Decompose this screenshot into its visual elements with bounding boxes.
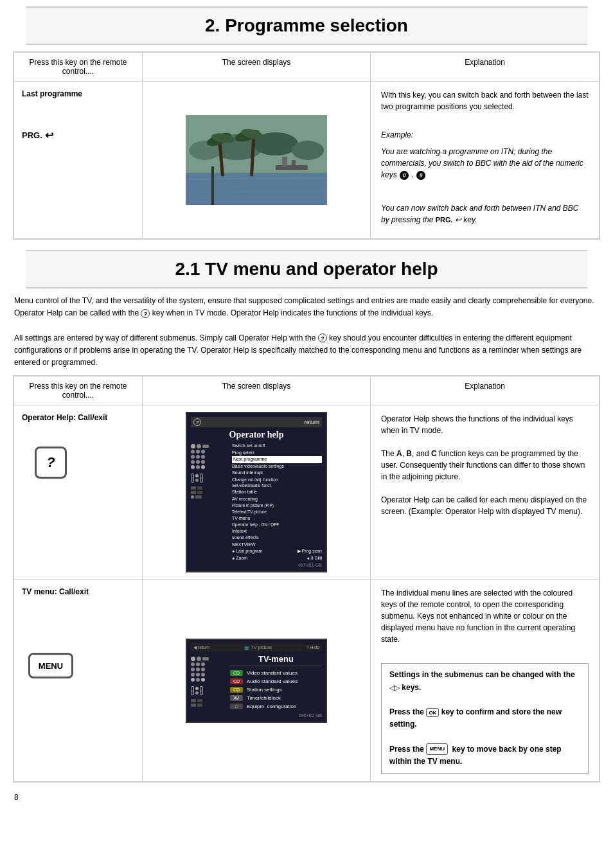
screen-code-1: 697+B1-GB bbox=[191, 563, 322, 567]
section2-row1-explanation: Operator Help shows the functions of the… bbox=[371, 405, 599, 579]
svg-rect-1 bbox=[186, 173, 327, 205]
screen-operator-help-title: Operator help bbox=[191, 430, 322, 440]
tv-menu-badge-2: CD bbox=[230, 678, 243, 684]
section2-table: Press this key on the remote control....… bbox=[13, 375, 600, 783]
section1-row1: Last programme PRG. ↩ bbox=[14, 82, 599, 238]
tv-menu-item-text-2: Audio standard values bbox=[247, 678, 298, 684]
note-line1: Settings in the submenus can be changed … bbox=[389, 669, 580, 693]
tv-menu-item-1: CD Video standard values bbox=[230, 670, 322, 676]
screen-menu-list: Switch set on/off Prog select Next progr… bbox=[232, 443, 322, 562]
note-line3: Press the MENU key to move back by one s… bbox=[389, 743, 580, 768]
section2-row1-screen: ? return Operator help bbox=[143, 405, 371, 579]
section1-header-wrapper: 2. Programme selection Press this key on… bbox=[0, 6, 613, 240]
svg-point-6 bbox=[292, 141, 324, 160]
example-text2: You can now switch back and forth betwee… bbox=[381, 202, 589, 226]
page-number: 8 bbox=[14, 793, 19, 802]
menu-button: MENU bbox=[28, 653, 73, 678]
tv-scene-svg bbox=[186, 115, 327, 205]
section2-row1-remote: Operator Help: Call/exit ? bbox=[14, 405, 143, 579]
numeric-key-9: 9 bbox=[416, 171, 425, 180]
tv-menu-return-label: ◀ return bbox=[193, 645, 209, 650]
tv-menu-exp1: The individual menu lines are selected w… bbox=[381, 587, 589, 645]
tv-menu-screen-code: 696+02-GB bbox=[191, 713, 322, 718]
explanation-main-text: With this key, you can switch back and f… bbox=[381, 89, 589, 112]
tv-menu-screen-title: TV-menu bbox=[230, 654, 322, 666]
example-label: Example: bbox=[381, 129, 589, 141]
screen-question-icon: ? bbox=[193, 418, 201, 426]
tv-menu-picture-label: 📺 TV picture bbox=[244, 645, 272, 650]
section2-title: 2.1 TV menu and operator help bbox=[26, 250, 587, 288]
tv-menu-item-text-1: Video standard values bbox=[247, 670, 298, 676]
section2-row2: TV menu: Call/exit MENU ◀ return 📺 TV pi… bbox=[14, 580, 599, 781]
screen-layout: ◁▷ Switch set on/off Prog select bbox=[191, 443, 322, 562]
operator-help-screen: ? return Operator help bbox=[186, 412, 327, 572]
section1-screen-col bbox=[143, 82, 371, 238]
section2-row2-explanation: The individual menu lines are selected w… bbox=[371, 580, 599, 781]
tv-menu-badge-5: □ bbox=[230, 704, 243, 709]
help-key-icon1: ? bbox=[141, 309, 150, 318]
tv-menu-item-text-5: Equipm. configuration bbox=[247, 704, 296, 709]
tv-menu-items-area: TV-menu CD Video standard values CD Audi… bbox=[230, 654, 322, 712]
op-help-exp2: The A, B, and C function keys can be pro… bbox=[381, 448, 589, 483]
tv-menu-item-text-4: Timer/childlock bbox=[247, 695, 281, 701]
tv-menu-item-2: CD Audio standard values bbox=[230, 678, 322, 684]
tv-menu-item-3: CD Station settings bbox=[230, 687, 322, 693]
section1-title: 2. Programme selection bbox=[26, 6, 587, 45]
section2-col1-header: Press this key on the remote control.... bbox=[14, 376, 143, 405]
op-help-exp1: Operator Help shows the functions of the… bbox=[381, 413, 589, 436]
ok-key: OK bbox=[426, 708, 439, 717]
note-box: Settings in the submenus can be changed … bbox=[381, 663, 589, 774]
screen-sidebar-icons: ◁▷ bbox=[191, 443, 229, 562]
tv-screen-image bbox=[186, 115, 327, 205]
col2-header: The screen displays bbox=[143, 53, 371, 81]
col3-header: Explanation bbox=[371, 53, 599, 81]
page-number-area: 8 bbox=[0, 788, 613, 807]
section1-table: Press this key on the remote control....… bbox=[13, 51, 600, 240]
tv-menu-label: TV menu: Call/exit bbox=[22, 587, 89, 596]
section1-explanation-col: With this key, you can switch back and f… bbox=[371, 82, 599, 238]
tv-menu-item-5: □ Equipm. configuration bbox=[230, 704, 322, 709]
numeric-key-0: 0 bbox=[400, 171, 409, 180]
col1-header: Press this key on the remote control.... bbox=[14, 53, 143, 81]
note-line2: Press the OK key to confirm and store th… bbox=[389, 706, 580, 731]
tv-menu-screen: ◀ return 📺 TV picture ? Help bbox=[186, 639, 327, 723]
screen-topbar: ? return bbox=[191, 417, 322, 427]
tv-menu-item-4: AV Timer/childlock bbox=[230, 695, 322, 701]
section2-intro1: Menu control of the TV, and the versatil… bbox=[14, 295, 599, 369]
section1-row-label: Last programme bbox=[22, 89, 82, 98]
section2-col2-header: The screen displays bbox=[143, 376, 371, 405]
question-button: ? bbox=[35, 447, 67, 479]
operator-help-label: Operator Help: Call/exit bbox=[22, 413, 107, 422]
svg-rect-14 bbox=[282, 157, 287, 166]
op-help-exp3: Operator Help can be called for each men… bbox=[381, 494, 589, 517]
section2-row2-remote: TV menu: Call/exit MENU bbox=[14, 580, 143, 781]
prg-key: PRG. ↩ bbox=[22, 129, 53, 141]
section2-table-header: Press this key on the remote control....… bbox=[14, 376, 599, 405]
tv-menu-badge-4: AV bbox=[230, 695, 243, 701]
tv-menu-help-label: ? Help bbox=[306, 645, 319, 650]
section2-row2-screen: ◀ return 📺 TV picture ? Help bbox=[143, 580, 371, 781]
section1-remote-col: Last programme PRG. ↩ bbox=[14, 82, 143, 238]
tv-menu-topbar: ◀ return 📺 TV picture ? Help bbox=[191, 644, 322, 651]
arrow-keys-icon: ◁▷ bbox=[389, 682, 400, 694]
prg-key-label: PRG. bbox=[22, 130, 42, 140]
example-text: You are watching a programme on ITN; dur… bbox=[381, 146, 589, 181]
section1-table-header: Press this key on the remote control....… bbox=[14, 53, 599, 82]
tv-menu-badge-1: CD bbox=[230, 670, 243, 676]
section2-wrapper: 2.1 TV menu and operator help Menu contr… bbox=[0, 250, 613, 783]
menu-key-icon: MENU bbox=[426, 743, 448, 755]
tv-menu-item-text-3: Station settings bbox=[247, 687, 282, 693]
tv-image-content bbox=[186, 115, 327, 205]
section2-row1: Operator Help: Call/exit ? ? return Oper… bbox=[14, 405, 599, 580]
tv-menu-remote-sidebar: ◁▷ bbox=[191, 654, 226, 712]
svg-rect-15 bbox=[292, 160, 296, 166]
screen-return-label: return bbox=[304, 419, 319, 425]
section2-col3-header: Explanation bbox=[371, 376, 599, 405]
tv-menu-badge-3: CD bbox=[230, 687, 243, 693]
prg-return-arrow: ↩ bbox=[45, 129, 53, 141]
help-key-icon2: ? bbox=[318, 333, 327, 342]
